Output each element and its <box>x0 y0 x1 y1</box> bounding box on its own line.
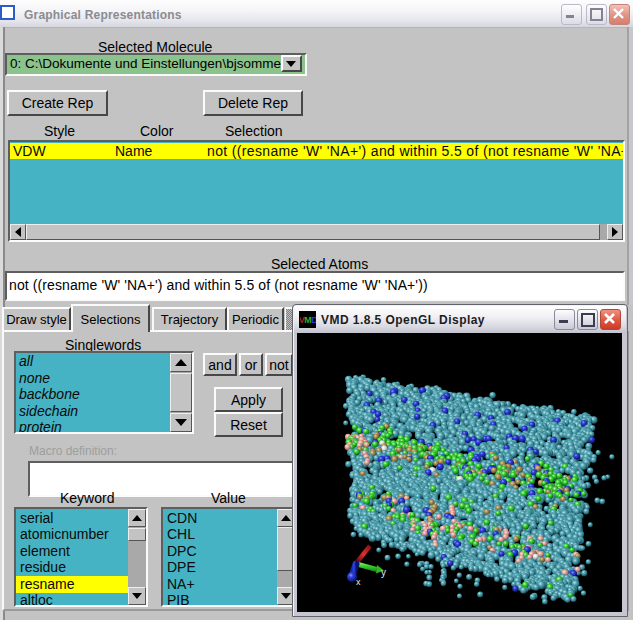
svg-text:x: x <box>356 577 361 587</box>
svg-text:y: y <box>381 567 386 578</box>
